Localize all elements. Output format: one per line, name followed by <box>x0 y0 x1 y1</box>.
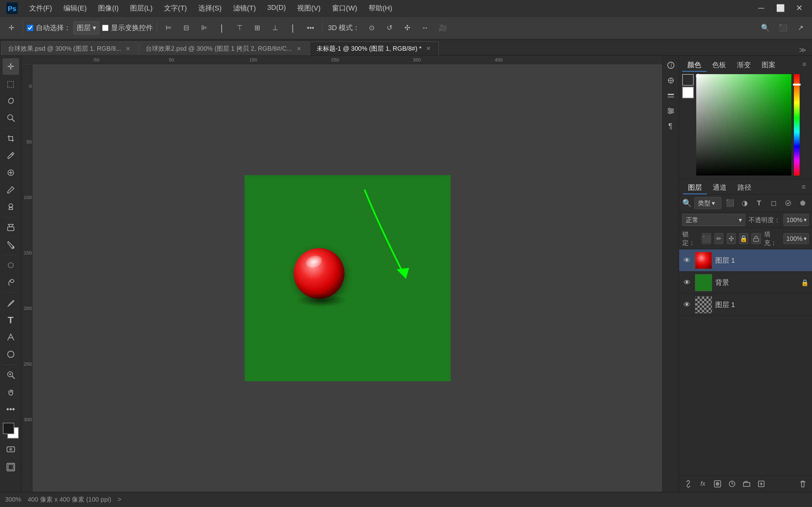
menu-file[interactable]: 文件(F) <box>24 2 57 15</box>
eraser-tool[interactable] <box>3 219 19 236</box>
shape-layer-filter[interactable]: ◻ <box>768 197 780 209</box>
tab-1[interactable]: 台球效果.psd @ 300% (图层 1, RGB/8... ✕ <box>1 42 138 55</box>
layer-bg-visibility[interactable]: 👁 <box>682 279 692 287</box>
adjustment-layer-filter[interactable]: ◑ <box>739 197 751 209</box>
more-tools-button[interactable]: ••• <box>3 401 19 417</box>
color-tab-colors[interactable]: 颜色 <box>682 59 706 72</box>
maximize-button[interactable]: ⬜ <box>773 1 788 16</box>
share-button[interactable]: ↗ <box>793 20 808 36</box>
menu-image[interactable]: 图像(I) <box>93 2 124 15</box>
layers-panel-menu[interactable]: ≡ <box>799 181 808 194</box>
filter-toggle[interactable] <box>797 197 809 209</box>
align-left-button[interactable]: ⊨ <box>161 20 176 36</box>
3d-pan-button[interactable]: ✣ <box>400 20 415 36</box>
link-layers-button[interactable] <box>681 477 695 491</box>
show-transform-check[interactable]: 显示变换控件 <box>102 23 153 33</box>
tabs-overflow-button[interactable]: ≫ <box>796 45 809 55</box>
hand-tool[interactable] <box>3 384 19 400</box>
pen-tool[interactable] <box>3 295 19 311</box>
background-swatch[interactable] <box>682 87 694 98</box>
zoom-tool[interactable] <box>3 367 19 383</box>
close-button[interactable]: ✕ <box>792 1 807 16</box>
fx-button[interactable]: fx <box>696 477 710 491</box>
menu-window[interactable]: 窗口(W) <box>327 2 362 15</box>
new-layer-button[interactable] <box>755 477 768 491</box>
layers-tab-paths[interactable]: 路径 <box>732 181 757 194</box>
align-top-button[interactable]: ⊤ <box>232 20 247 36</box>
menu-help[interactable]: 帮助(H) <box>363 2 397 15</box>
3d-slide-button[interactable]: ↔ <box>417 20 433 36</box>
color-sat-val-gradient[interactable] <box>696 74 792 176</box>
blend-mode-dropdown[interactable]: 正常 ▾ <box>682 214 745 226</box>
3d-zoom-button[interactable]: 🎥 <box>435 20 450 36</box>
dodge-tool[interactable] <box>3 274 19 291</box>
move-tool[interactable]: ✛ <box>3 58 19 75</box>
layers-tab-layers[interactable]: 图层 <box>683 181 707 194</box>
pixel-layer-filter[interactable]: ⬛ <box>724 197 736 209</box>
menu-filter[interactable]: 滤镜(T) <box>228 2 261 15</box>
foreground-color-box[interactable] <box>3 423 14 434</box>
add-mask-button[interactable] <box>711 477 724 491</box>
align-right-button[interactable]: ⊫ <box>196 20 212 36</box>
color-cursor[interactable] <box>696 74 700 78</box>
lock-artboard-button[interactable]: ✣ <box>727 233 736 244</box>
layer-comp-button[interactable] <box>664 89 678 103</box>
screen-mode-button[interactable]: ⬛ <box>775 20 791 36</box>
3d-orbit-button[interactable]: ⊙ <box>364 20 379 36</box>
color-icon-button[interactable] <box>664 58 678 72</box>
menu-type[interactable]: 文字(T) <box>159 2 192 15</box>
path-select-tool[interactable] <box>3 329 19 345</box>
selection-marquee-tool[interactable]: ⬚ <box>3 75 19 92</box>
auto-select-checkbox[interactable] <box>27 25 33 31</box>
layer-row-3[interactable]: 👁 图层 1 <box>679 294 812 316</box>
color-boxes[interactable] <box>3 423 19 439</box>
blur-tool[interactable] <box>3 257 19 274</box>
align-bottom-button[interactable]: ⊥ <box>267 20 283 36</box>
arrow-button[interactable]: > <box>118 496 121 503</box>
menu-select[interactable]: 选择(S) <box>193 2 226 15</box>
layer-dropdown[interactable]: 图层 ▾ <box>73 21 100 35</box>
3d-roll-button[interactable]: ↺ <box>382 20 397 36</box>
tab-3-close[interactable]: ✕ <box>425 44 432 53</box>
tab-2-close[interactable]: ✕ <box>295 45 303 53</box>
align-middle-v-button[interactable]: ⊞ <box>250 20 265 36</box>
color-panel-menu[interactable]: ≡ <box>800 59 809 72</box>
new-group-button[interactable] <box>740 477 753 491</box>
layer-3-visibility[interactable]: 👁 <box>682 301 692 309</box>
color-tab-swatches[interactable]: 色板 <box>707 59 731 72</box>
photoshop-canvas[interactable] <box>245 175 451 381</box>
brush-settings-button[interactable] <box>664 73 678 88</box>
layer-1-visibility[interactable]: 👁 <box>682 257 692 265</box>
move-tool-button[interactable]: ✛ <box>4 20 19 36</box>
lock-position-button[interactable]: ✏ <box>714 233 723 244</box>
screen-mode-bottom-button[interactable] <box>3 459 19 475</box>
auto-select-check[interactable]: 自动选择： <box>27 23 71 33</box>
show-transform-checkbox[interactable] <box>102 25 108 31</box>
layer-row-1[interactable]: 👁 图层 1 <box>679 249 812 272</box>
layers-type-dropdown[interactable]: 类型 ▾ <box>694 197 721 209</box>
hue-slider[interactable] <box>794 74 800 176</box>
menu-layer[interactable]: 图层(L) <box>125 2 158 15</box>
adjustment-button[interactable] <box>664 104 678 118</box>
color-tab-patterns[interactable]: 图案 <box>757 59 780 72</box>
delete-layer-button[interactable] <box>796 477 809 491</box>
color-tab-gradients[interactable]: 渐变 <box>732 59 756 72</box>
brush-tool[interactable] <box>3 181 19 198</box>
eyedropper-tool[interactable] <box>3 147 19 164</box>
search-button[interactable]: 🔍 <box>757 20 773 36</box>
layer-row-background[interactable]: 👁 背景 🔒 <box>679 272 812 294</box>
quick-select-tool[interactable] <box>3 110 19 126</box>
shape-tool[interactable] <box>3 346 19 362</box>
paint-bucket-tool[interactable] <box>3 236 19 253</box>
lock-pixels-button[interactable]: ⬛ <box>702 233 711 244</box>
fill-value[interactable]: 100% ▾ <box>783 233 809 244</box>
lasso-tool[interactable] <box>3 93 19 109</box>
tab-3[interactable]: 未标题-1 @ 300% (图层 1, RGB/8#) * ✕ <box>310 42 439 55</box>
foreground-swatch[interactable] <box>682 74 694 86</box>
healing-brush-tool[interactable] <box>3 164 19 181</box>
opacity-value[interactable]: 100% ▾ <box>783 214 809 226</box>
tab-1-close[interactable]: ✕ <box>124 45 132 53</box>
menu-3d[interactable]: 3D(D) <box>262 2 291 15</box>
crop-tool[interactable] <box>3 130 19 147</box>
align-center-h-button[interactable]: ⊟ <box>179 20 194 36</box>
